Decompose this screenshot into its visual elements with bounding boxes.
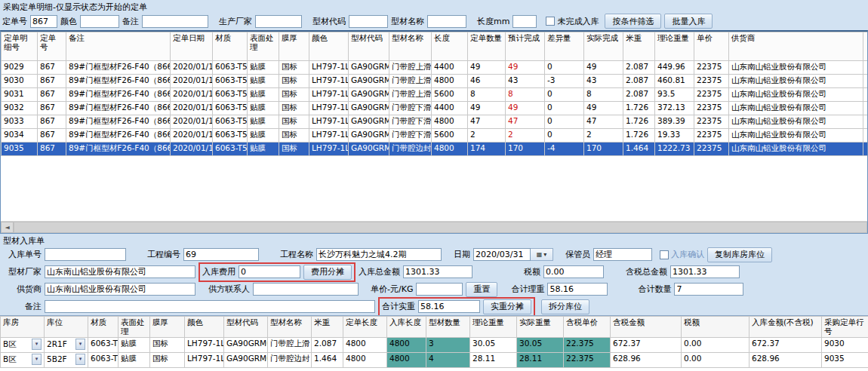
column-header: 型材名称 (389, 32, 432, 61)
profile-name-input[interactable] (427, 15, 466, 28)
copy-location-button[interactable]: 复制库房库位 (707, 247, 772, 262)
fee-label: 入库费用 (202, 266, 235, 277)
total-amount-input[interactable] (403, 265, 472, 278)
order-table-row[interactable]: 903386789#门框型材F26-F40（866+867）2020/01/13… (2, 115, 868, 129)
project-name-input[interactable] (316, 248, 442, 261)
order-cell: GA90GRM03 (349, 88, 389, 102)
order-no-input[interactable] (30, 15, 57, 28)
order-cell: 0 (545, 129, 584, 143)
order-cell: 山东南山铝业股份有限公司 (729, 75, 863, 88)
order-cell: 9035 (2, 143, 38, 156)
order-cell: 山东南山铝业股份有限公司 (729, 102, 863, 115)
order-table-row[interactable]: 903586789#门框型材F26-F40（866+867）2020/01/13… (2, 143, 868, 156)
reset-button[interactable]: 重置 (466, 282, 497, 297)
inbound-cell: 4800 (343, 338, 387, 353)
inbound-cell: 28.11 (517, 353, 564, 368)
scroll-left-icon[interactable]: ◄ (1, 222, 14, 233)
order-cell (863, 61, 868, 75)
inbound-cell: 672.37 (749, 338, 822, 353)
order-table-row[interactable]: 902986789#门框型材F26-F40（866+867）2020/01/13… (2, 61, 868, 75)
order-cell: 170 (506, 143, 545, 156)
project-name-label: 工程名称 (271, 249, 313, 260)
order-cell: 6063-T5 (213, 143, 248, 156)
order-cell: 1.726 (623, 102, 655, 115)
combo-arrow-icon[interactable]: ▾ (32, 354, 42, 365)
dropdown-arrow-icon: ▾ (543, 251, 546, 258)
order-cell: 2020/01/13 (171, 61, 213, 75)
inbound-no-input[interactable] (45, 248, 126, 261)
date-picker-button[interactable]: ▦▾ (531, 248, 553, 261)
horizontal-scrollbar[interactable]: ◄ (1, 221, 867, 233)
inbound-remark-input[interactable] (45, 300, 375, 313)
date-input[interactable] (473, 248, 531, 261)
order-cell: 49 (584, 102, 623, 115)
order-table-row[interactable]: 903286789#门框型材F26-F40（866+867）2020/01/13… (2, 102, 868, 115)
order-cell: 2020/01/13 (171, 102, 213, 115)
warehouse-select[interactable]: B区▾ (3, 354, 42, 365)
order-table-row[interactable]: 903086789#门框型材F26-F40（866+867）2020/01/13… (2, 75, 868, 88)
actual-share-button[interactable]: 实重分摊 (483, 299, 531, 314)
manufacturer-input[interactable] (255, 15, 302, 28)
color-input[interactable] (80, 15, 119, 28)
total-qty-input[interactable] (674, 283, 743, 296)
scrollbar-thumb[interactable] (14, 222, 867, 233)
order-cell: 389.39 (655, 115, 694, 129)
column-header: 实际完成 (584, 32, 623, 61)
split-location-button[interactable]: 拆分库位 (541, 299, 589, 314)
inbound-confirm-checkbox-wrap[interactable]: 入库确认 (660, 249, 704, 260)
unfinished-checkbox[interactable] (546, 17, 555, 26)
column-header: 单价 (694, 32, 729, 61)
length-input[interactable] (512, 15, 537, 28)
remark-input[interactable] (142, 15, 208, 28)
order-table-row[interactable]: 903186789#门框型材F26-F40（866+867）2020/01/13… (2, 88, 868, 102)
warehouse-select[interactable]: B区▾ (3, 339, 42, 350)
order-cell (863, 115, 868, 129)
combo-arrow-icon[interactable]: ▾ (75, 339, 85, 350)
actual-weight-input[interactable] (418, 300, 480, 313)
inbound-cell: 4800 (387, 338, 426, 353)
order-cell: 47 (506, 115, 545, 129)
order-cell: 4800 (432, 143, 468, 156)
unit-price-input[interactable] (416, 283, 463, 296)
location-select[interactable]: 2R1F▾ (47, 339, 85, 350)
inbound-confirm-checkbox[interactable] (660, 250, 669, 259)
column-header: 定单数量 (468, 32, 506, 61)
inbound-section: 型材入库单 入库单号 工程编号 工程名称 日期 ▦▾ 保管员 入库确认 复制库房… (0, 234, 868, 371)
fee-share-button[interactable]: 费用分摊 (303, 265, 352, 280)
factory-input[interactable] (45, 265, 195, 278)
order-cell: 174 (468, 143, 506, 156)
fee-input[interactable] (239, 265, 300, 278)
supplier-input[interactable] (45, 283, 195, 296)
order-cell: 2.087 (623, 75, 655, 88)
inbound-table-row[interactable]: B区▾5B2F▾6063-T5贴膜国标LH797-1LL0GA90GRM05门带… (1, 353, 868, 368)
order-cell: 49 (468, 102, 506, 115)
inbound-cell: 门带腔边封 (268, 353, 312, 368)
theory-weight-input[interactable] (547, 283, 608, 296)
combo-value: 5B2F (47, 354, 67, 363)
keeper-input[interactable] (593, 248, 652, 261)
column-header: 定单号 (38, 32, 66, 61)
inbound-cell: LH797-1LL0 (185, 353, 224, 368)
filter-button[interactable]: 按条件筛选 (605, 14, 661, 29)
combo-arrow-icon[interactable]: ▾ (75, 354, 85, 365)
column-header: 实际重量 (517, 317, 564, 338)
inbound-table-row[interactable]: B区▾2R1F▾6063-T5贴膜国标LH797-1LL0GA90GRM03门带… (1, 338, 868, 353)
order-cell: -4 (545, 143, 584, 156)
contact-input[interactable] (253, 283, 359, 296)
order-cell: 46 (468, 75, 506, 88)
remark-label: 备注 (122, 16, 139, 27)
unfinished-checkbox-wrap[interactable]: 未完成入库 (546, 16, 599, 27)
order-cell: 国标 (279, 129, 309, 143)
batch-inbound-button[interactable]: 批量入库 (664, 14, 713, 29)
order-table-row[interactable]: 903486789#门框型材F26-F40（866+867）2020/01/13… (2, 129, 868, 143)
taxed-total-input[interactable] (670, 265, 740, 278)
contact-label: 供方联系人 (203, 284, 250, 295)
profile-code-input[interactable] (349, 15, 388, 28)
inbound-no-label: 入库单号 (2, 249, 42, 260)
project-no-input[interactable] (183, 248, 259, 261)
location-select[interactable]: 5B2F▾ (47, 354, 85, 365)
tax-input[interactable] (543, 265, 604, 278)
combo-arrow-icon[interactable]: ▾ (32, 339, 42, 350)
order-cell: 2020/01/13 (171, 115, 213, 129)
order-cell: LH797-1LL0 (309, 88, 349, 102)
